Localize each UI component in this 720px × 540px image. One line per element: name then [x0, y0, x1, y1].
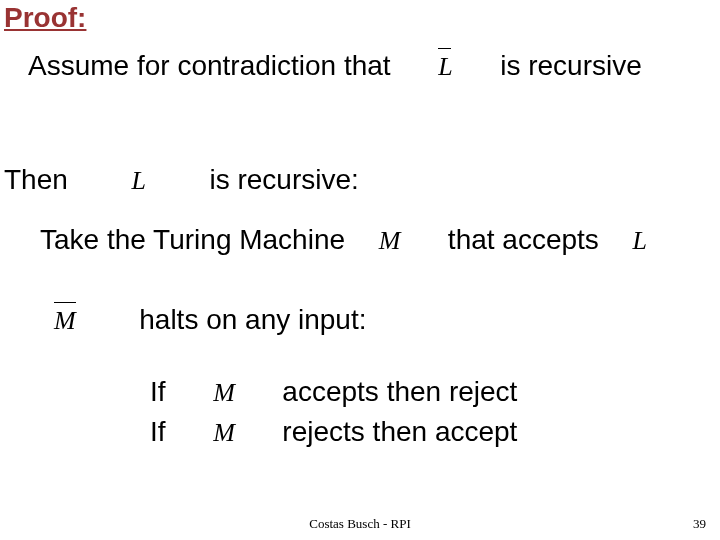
- if1-if: If: [150, 376, 166, 407]
- line-if-accepts: If M accepts then reject: [150, 376, 517, 408]
- take-middle: that accepts: [448, 224, 599, 255]
- assume-before: Assume for contradiction that: [28, 50, 391, 81]
- if2-rest: rejects then accept: [282, 416, 517, 447]
- symbol-L: L: [131, 166, 145, 196]
- if1-rest: accepts then reject: [282, 376, 517, 407]
- page-number: 39: [693, 516, 706, 532]
- then-before: Then: [4, 164, 68, 195]
- symbol-M-if1: M: [213, 378, 235, 408]
- slide: Proof: Assume for contradiction that L i…: [0, 0, 720, 540]
- line-if-rejects: If M rejects then accept: [150, 416, 517, 448]
- proof-heading: Proof:: [4, 2, 86, 34]
- then-after: is recursive:: [209, 164, 358, 195]
- halts-text: halts on any input:: [139, 304, 366, 335]
- footer-author: Costas Busch - RPI: [0, 516, 720, 532]
- assume-after: is recursive: [500, 50, 642, 81]
- line-halts: M halts on any input:: [50, 304, 367, 336]
- symbol-M-bar: M: [54, 306, 76, 336]
- take-before: Take the Turing Machine: [40, 224, 345, 255]
- symbol-M-if2: M: [213, 418, 235, 448]
- symbol-L-plain: L: [632, 226, 646, 256]
- if2-if: If: [150, 416, 166, 447]
- line-assume: Assume for contradiction that L is recur…: [28, 50, 642, 82]
- symbol-L-bar: L: [438, 52, 452, 82]
- line-take: Take the Turing Machine M that accepts L: [40, 224, 651, 256]
- symbol-M: M: [379, 226, 401, 256]
- line-then: Then L is recursive:: [4, 164, 359, 196]
